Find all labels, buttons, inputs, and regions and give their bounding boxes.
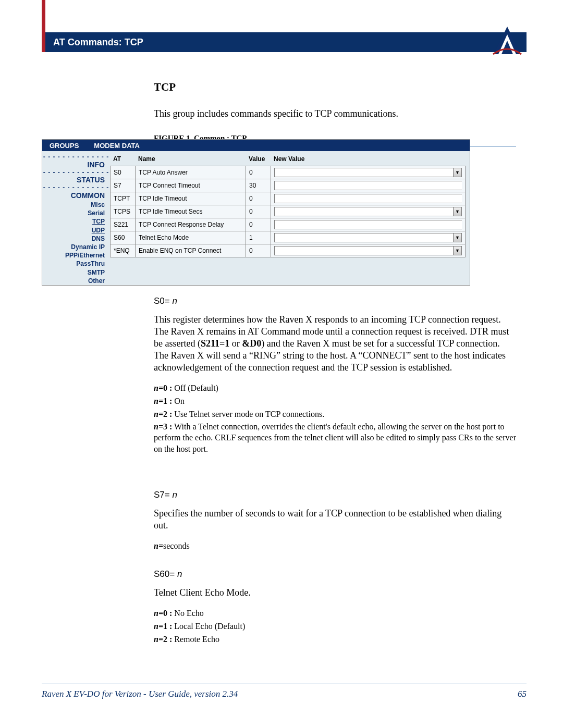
s0-cmd: S0 (154, 296, 165, 306)
s0-block: S0= n This register determines how the R… (154, 296, 516, 454)
table-row: TCPSTCP Idle Timeout Secs0▼ (111, 205, 466, 218)
tab-modem-data[interactable]: MODEM DATA (87, 140, 148, 151)
brand-logo (491, 24, 523, 55)
table-header: AT Name Value New Value (110, 155, 466, 166)
cell-name: TCP Idle Timeout (136, 192, 246, 205)
s60-heading: S60= n (154, 569, 516, 579)
s0-opt-2: n=2 : Use Telnet server mode on TCP conn… (154, 408, 516, 421)
cell-value: 0 (246, 192, 271, 205)
cell-new-value (271, 218, 466, 231)
table-row: S7TCP Connect Timeout30 (111, 179, 466, 192)
new-value-input[interactable] (274, 181, 462, 190)
new-value-input[interactable] (274, 220, 462, 229)
cell-new-value: ▼ (271, 166, 466, 179)
section-title: TCP (154, 81, 516, 94)
s60-paragraph: Telnet Client Echo Mode. (154, 587, 516, 599)
cell-new-value (271, 192, 466, 205)
cell-name: TCP Idle Timeout Secs (136, 205, 246, 218)
cell-value: 0 (246, 166, 271, 179)
sidebar-item-dns[interactable]: DNS (42, 235, 110, 243)
table-row: S221TCP Connect Response Delay0 (111, 218, 466, 231)
s60-opt-2: n=2 : Remote Echo (154, 633, 516, 646)
sidebar-item-misc[interactable]: Misc (42, 201, 110, 209)
col-new-value: New Value (274, 155, 466, 163)
cell-at: S7 (111, 179, 136, 192)
tab-bar: GROUPS MODEM DATA (42, 140, 470, 151)
s0-paragraph: This register determines how the Raven X… (154, 314, 516, 374)
s7-paragraph: Specifies the number of seconds to wait … (154, 508, 516, 532)
equals: = (165, 296, 173, 306)
footer: Raven X EV-DO for Verizon - User Guide, … (42, 689, 527, 699)
col-name: Name (138, 155, 249, 163)
sidebar-item-ppp-ethernet[interactable]: PPP/Ethernet (42, 251, 110, 260)
new-value-input[interactable] (274, 246, 453, 255)
cell-name: Telnet Echo Mode (136, 231, 246, 244)
new-value-input[interactable] (274, 168, 453, 177)
s0-opt-1: n=1 : On (154, 395, 516, 408)
section-intro: This group includes commands specific to… (154, 108, 516, 119)
cell-value: 30 (246, 179, 271, 192)
sidebar-item-passthru[interactable]: PassThru (42, 260, 110, 268)
s0-heading: S0= n (154, 296, 516, 306)
sidebar-item-other[interactable]: Other (42, 277, 110, 285)
cell-new-value: ▼ (271, 244, 466, 257)
sidebar-item-udp[interactable]: UDP (42, 226, 110, 235)
dropdown-button[interactable]: ▼ (453, 207, 462, 216)
cell-name: TCP Auto Answer (136, 166, 246, 179)
sidebar-item-common[interactable]: COMMON (42, 191, 110, 201)
cell-at: S221 (111, 218, 136, 231)
new-value-input[interactable] (274, 233, 453, 242)
dropdown-button[interactable]: ▼ (453, 168, 462, 177)
sidebar-item-dynamic-ip[interactable]: Dynamic IP (42, 243, 110, 251)
accent-bar (42, 0, 45, 52)
dropdown-button[interactable]: ▼ (453, 233, 462, 242)
cell-at: S0 (111, 166, 136, 179)
cell-name: TCP Connect Response Delay (136, 218, 246, 231)
header-title: AT Commands: TCP (53, 37, 143, 48)
page-header: AT Commands: TCP (42, 32, 527, 52)
sidebar-item-serial[interactable]: Serial (42, 209, 110, 217)
s7-heading: S7= n (154, 490, 516, 500)
col-value: Value (249, 155, 274, 163)
sidebar-divider: - - - - - - - - - - - - - - (42, 185, 110, 191)
s60-block: S60= n Telnet Client Echo Mode. n=0 : No… (154, 569, 516, 646)
modem-table: S0TCP Auto Answer0▼S7TCP Connect Timeout… (110, 166, 466, 257)
cell-new-value (271, 179, 466, 192)
table-row: S0TCP Auto Answer0▼ (111, 166, 466, 179)
s60-opt-0: n=0 : No Echo (154, 607, 516, 620)
cell-value: 0 (246, 218, 271, 231)
data-area: AT Name Value New Value S0TCP Auto Answe… (110, 151, 470, 285)
sidebar: - - - - - - - - - - - - - - INFO - - - -… (42, 151, 110, 285)
sidebar-item-tcp[interactable]: TCP (42, 217, 110, 226)
s0-opt-0: n=0 : Off (Default) (154, 382, 516, 395)
config-panel: GROUPS MODEM DATA - - - - - - - - - - - … (42, 139, 470, 286)
s7-opt: n=seconds (154, 540, 516, 553)
footer-rule (42, 684, 527, 684)
new-value-input[interactable] (274, 194, 462, 203)
sidebar-divider: - - - - - - - - - - - - - - (42, 154, 110, 160)
cell-new-value: ▼ (271, 231, 466, 244)
dropdown-button[interactable]: ▼ (453, 246, 462, 255)
new-value-input[interactable] (274, 207, 453, 216)
s0-n: n (172, 296, 177, 306)
col-at: AT (113, 155, 138, 163)
s7-block: S7= n Specifies the number of seconds to… (154, 490, 516, 553)
s60-cmd: S60 (154, 569, 169, 579)
cell-name: Enable ENQ on TCP Connect (136, 244, 246, 257)
cell-value: 0 (246, 244, 271, 257)
sidebar-item-info[interactable]: INFO (42, 160, 110, 170)
cell-value: 1 (246, 231, 271, 244)
footer-page: 65 (518, 689, 527, 699)
s60-opt-1: n=1 : Local Echo (Default) (154, 620, 516, 633)
tab-groups[interactable]: GROUPS (42, 140, 87, 151)
cell-new-value: ▼ (271, 205, 466, 218)
cell-at: TCPT (111, 192, 136, 205)
table-row: S60Telnet Echo Mode1▼ (111, 231, 466, 244)
cell-name: TCP Connect Timeout (136, 179, 246, 192)
s7-cmd: S7 (154, 490, 165, 500)
sidebar-item-smtp[interactable]: SMTP (42, 268, 110, 277)
cell-value: 0 (246, 205, 271, 218)
cell-at: S60 (111, 231, 136, 244)
s0-opt-3: n=3 : With a Telnet connection, override… (154, 421, 516, 455)
table-row: TCPTTCP Idle Timeout0 (111, 192, 466, 205)
